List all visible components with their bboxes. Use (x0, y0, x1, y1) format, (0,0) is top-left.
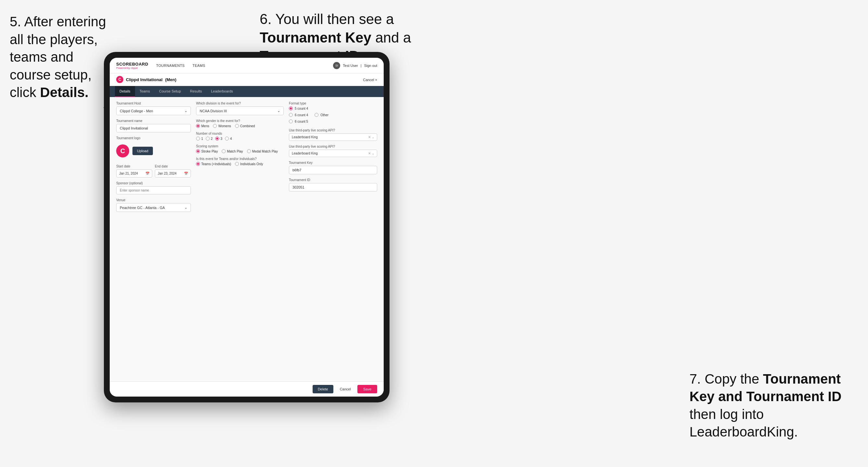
start-date-input[interactable]: Jan 21, 2024 📅 (116, 169, 152, 178)
tournament-title: Clippd Invitational (126, 77, 163, 82)
format-type-label: Format type (289, 101, 377, 105)
radio-r4 (225, 136, 229, 141)
rounds-1[interactable]: 1 (196, 136, 203, 141)
clear-icon-1[interactable]: ✕ ⌄ (368, 135, 374, 139)
tab-course-setup[interactable]: Course Setup (155, 86, 185, 97)
radio-mens-outer (196, 124, 200, 128)
clear-icon-2[interactable]: ✕ ⌄ (368, 152, 374, 155)
scoring-label: Scoring system (196, 145, 284, 148)
end-date-input[interactable]: Jan 23, 2024 📅 (155, 169, 191, 178)
live-scoring-2-label: Use third-party live scoring API? (289, 145, 377, 148)
end-date-group: End date Jan 23, 2024 📅 (155, 164, 191, 178)
scoring-stroke[interactable]: Stroke Play (196, 149, 218, 153)
sponsor-group: Sponsor (optional) (116, 181, 191, 194)
tournament-id-group: Tournament ID 302051 (289, 178, 377, 191)
scoring-medal[interactable]: Medal Match Play (247, 149, 278, 153)
radio-medal (247, 149, 251, 153)
radio-combined-outer (235, 124, 239, 128)
tablet: SCOREBOARD Powered by clippd TOURNAMENTS… (104, 52, 390, 402)
cancel-link[interactable]: Cancel × (363, 78, 377, 82)
tournament-host-group: Tournament Host Clippd College - Men ⌄ (116, 101, 191, 115)
date-row: Start date Jan 21, 2024 📅 End date Jan 2… (116, 164, 191, 178)
nav-tournaments[interactable]: TOURNAMENTS (156, 64, 185, 67)
format-5count4[interactable]: 5 count 4 (289, 106, 377, 110)
rounds-3[interactable]: 3 (215, 136, 222, 141)
division-input[interactable]: NCAA Division III ⌄ (196, 106, 284, 115)
brand-sub: Powered by clippd (116, 66, 148, 69)
live-scoring-1-dropdown[interactable]: Leaderboard King ✕ ⌄ (289, 133, 377, 141)
tab-details[interactable]: Details (115, 86, 135, 97)
tournament-name-input[interactable]: Clippd Invitational (116, 124, 191, 132)
format-type-group: Format type 5 count 4 6 count 4 (289, 101, 377, 125)
tournament-id-label: Tournament ID (289, 178, 377, 182)
header-right: SI Test User | Sign out (333, 62, 377, 69)
gender-womens[interactable]: Womens (213, 124, 231, 128)
sign-out-link[interactable]: Sign out (364, 64, 377, 67)
avatar: SI (333, 62, 340, 69)
radio-r1 (196, 136, 200, 141)
venue-group: Venue Peachtree GC - Atlanta - GA ⌄ (116, 198, 191, 212)
tournament-host-input[interactable]: Clippd College - Men ⌄ (116, 106, 191, 115)
radio-r3 (215, 136, 219, 141)
col-middle: Which division is the event for? NCAA Di… (196, 101, 284, 377)
start-date-label: Start date (116, 164, 152, 168)
breadcrumb: C Clippd Invitational (Men) (116, 76, 176, 83)
nav-left: SCOREBOARD Powered by clippd TOURNAMENTS… (116, 62, 205, 69)
tournament-id-value: 302051 (289, 183, 377, 191)
format-6count5[interactable]: 6 count 5 (289, 119, 377, 123)
radio-womens-outer (213, 124, 217, 128)
gender-group: Which gender is the event for? Mens Wome… (196, 119, 284, 128)
gender-radio-group: Mens Womens Combined (196, 124, 284, 128)
venue-input[interactable]: Peachtree GC - Atlanta - GA ⌄ (116, 203, 191, 212)
save-button[interactable]: Save (358, 385, 377, 393)
tab-results[interactable]: Results (185, 86, 207, 97)
radio-stroke (196, 149, 200, 153)
ind-only[interactable]: Individuals Only (235, 162, 263, 166)
tournament-logo-icon: C (116, 76, 123, 83)
cancel-button[interactable]: Cancel (337, 385, 354, 393)
gender-combined[interactable]: Combined (235, 124, 255, 128)
format-other[interactable]: Other (314, 113, 329, 117)
live-scoring-2-dropdown[interactable]: Leaderboard King ✕ ⌄ (289, 150, 377, 157)
teams-radio-group: Teams (+Individuals) Individuals Only (196, 162, 284, 166)
tournament-key-value: b6fb7 (289, 166, 377, 174)
scoring-match[interactable]: Match Play (222, 149, 243, 153)
separator: | (361, 64, 362, 67)
upload-button[interactable]: Upload (132, 147, 153, 155)
brand-title: SCOREBOARD (116, 62, 148, 66)
rounds-2[interactable]: 2 (206, 136, 213, 141)
sponsor-label: Sponsor (optional) (116, 181, 191, 185)
live-scoring-2-group: Use third-party live scoring API? Leader… (289, 145, 377, 157)
live-scoring-1-label: Use third-party live scoring API? (289, 128, 377, 132)
tab-leaderboards[interactable]: Leaderboards (207, 86, 238, 97)
radio-ind (235, 162, 239, 166)
radio-match (222, 149, 226, 153)
tournament-key-group: Tournament Key b6fb7 (289, 161, 377, 174)
radio-teams (196, 162, 200, 166)
nav-teams[interactable]: TEAMS (192, 64, 205, 67)
venue-label: Venue (116, 198, 191, 202)
col-left: Tournament Host Clippd College - Men ⌄ T… (116, 101, 191, 377)
delete-button[interactable]: Delete (313, 385, 333, 393)
user-name: Test User (343, 64, 358, 67)
calendar-icon-end: 📅 (184, 172, 188, 175)
app-header: SCOREBOARD Powered by clippd TOURNAMENTS… (110, 58, 384, 73)
teams-plus-ind[interactable]: Teams (+Individuals) (196, 162, 231, 166)
format-6count4[interactable]: 6 count 4 (289, 113, 308, 117)
annotation-left: 5. After entering all the players, teams… (10, 13, 107, 101)
gender-mens[interactable]: Mens (196, 124, 209, 128)
scoring-radio-group: Stroke Play Match Play Medal Match Play (196, 149, 284, 153)
breadcrumb-row: C Clippd Invitational (Men) Cancel × (110, 73, 384, 86)
teams-label: Is this event for Teams and/or Individua… (196, 157, 284, 161)
tab-teams[interactable]: Teams (135, 86, 155, 97)
tablet-screen: SCOREBOARD Powered by clippd TOURNAMENTS… (110, 58, 384, 397)
tournament-name-label: Tournament name (116, 119, 191, 123)
cancel-row: Cancel × (363, 76, 377, 83)
rounds-group: Number of rounds 1 2 (196, 132, 284, 141)
logo-circle: C (116, 145, 129, 157)
sponsor-input[interactable] (116, 186, 191, 194)
brand: SCOREBOARD Powered by clippd (116, 62, 148, 69)
calendar-icon: 📅 (146, 172, 149, 175)
rounds-4[interactable]: 4 (225, 136, 232, 141)
gender-label: Which gender is the event for? (196, 119, 284, 123)
